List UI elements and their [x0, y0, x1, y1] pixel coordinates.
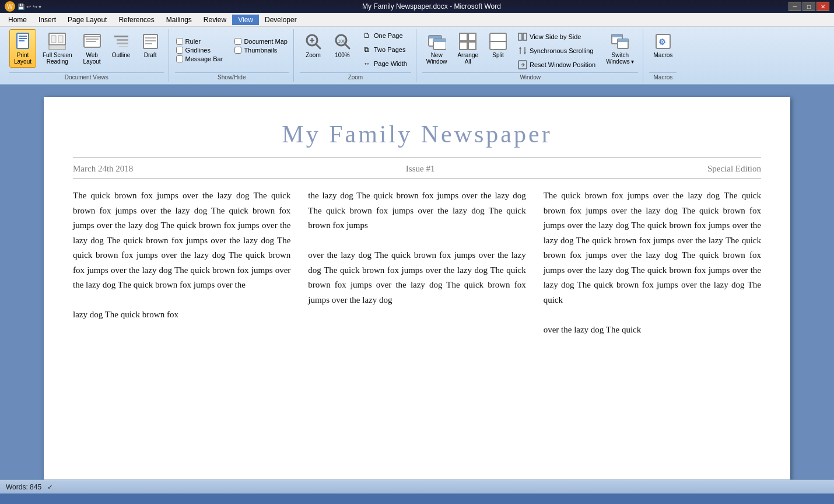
btn-web-layout[interactable]: WebLayout: [79, 29, 106, 68]
col1-text: The quick brown fox jumps over the lazy …: [73, 188, 290, 293]
synchronous-scrolling-icon: [518, 46, 527, 55]
svg-rect-42: [618, 39, 628, 42]
menu-insert[interactable]: Insert: [33, 15, 62, 25]
view-side-by-side-icon: [518, 32, 527, 41]
maximize-button[interactable]: □: [803, 2, 815, 11]
checkbox-document-map[interactable]: Document Map: [233, 37, 289, 46]
document-date: March 24th 2018: [73, 164, 133, 174]
svg-rect-1: [19, 36, 27, 37]
btn-view-side-by-side[interactable]: View Side by Side: [514, 30, 600, 43]
print-layout-label: PrintLayout: [14, 52, 31, 65]
status-icon: ✓: [47, 483, 53, 491]
word-count: Words: 845: [6, 483, 41, 491]
menu-review[interactable]: Review: [198, 15, 232, 25]
message-bar-checkbox[interactable]: [176, 55, 183, 62]
full-screen-reading-icon: [48, 32, 66, 51]
document-map-checkbox[interactable]: [234, 38, 241, 45]
btn-zoom[interactable]: Zoom: [300, 29, 327, 61]
svg-rect-11: [114, 36, 128, 37]
document-page: My Family Newspaper March 24th 2018 Issu…: [44, 97, 790, 480]
document-issue: Issue #1: [406, 164, 435, 174]
reset-window-position-label: Reset Window Position: [530, 61, 595, 68]
outline-icon: [112, 32, 131, 51]
checkbox-message-bar[interactable]: Message Bar: [175, 55, 225, 63]
svg-rect-36: [518, 33, 522, 40]
document-edition: Special Edition: [707, 164, 761, 174]
minimize-button[interactable]: ─: [789, 2, 801, 11]
group-label-window: Window: [422, 72, 639, 82]
svg-rect-30: [460, 33, 467, 41]
thumbnails-checkbox[interactable]: [234, 47, 241, 54]
svg-rect-6: [51, 36, 56, 43]
outline-label: Outline: [112, 52, 131, 58]
document-column-1[interactable]: The quick brown fox jumps over the lazy …: [73, 188, 290, 337]
btn-new-window[interactable]: NewWindow: [422, 29, 451, 68]
svg-rect-12: [117, 39, 128, 41]
menu-mailings[interactable]: Mailings: [160, 15, 198, 25]
btn-switch-windows[interactable]: SwitchWindows ▾: [602, 29, 638, 68]
menu-references[interactable]: References: [113, 15, 160, 25]
window-title: My Family Newspaper.docx - Microsoft Wor…: [75, 2, 789, 10]
btn-two-pages[interactable]: ⧉ Two Pages: [358, 43, 411, 56]
group-label-macros: Macros: [649, 72, 677, 82]
zoom-label: Zoom: [306, 52, 321, 58]
two-pages-label: Two Pages: [374, 46, 405, 53]
gridlines-checkbox[interactable]: [176, 47, 183, 54]
new-window-icon: [427, 32, 446, 51]
zoom-icon: [304, 32, 323, 51]
page-width-label: Page Width: [374, 60, 407, 67]
btn-reset-window-position[interactable]: Reset Window Position: [514, 58, 600, 71]
checkbox-gridlines[interactable]: Gridlines: [175, 46, 225, 54]
group-label-document-views: Document Views: [9, 72, 164, 82]
btn-outline[interactable]: Outline: [108, 29, 135, 61]
svg-text:⚙: ⚙: [658, 37, 666, 47]
synchronous-scrolling-label: Synchronous Scrolling: [530, 47, 593, 54]
btn-macros[interactable]: ⚙ Macros: [649, 29, 677, 61]
menu-home[interactable]: Home: [2, 15, 33, 25]
ruler-checkbox[interactable]: [176, 38, 183, 45]
web-layout-icon: [83, 32, 101, 51]
btn-synchronous-scrolling[interactable]: Synchronous Scrolling: [514, 44, 600, 57]
web-layout-label: WebLayout: [83, 52, 101, 65]
quick-access: 💾 ↩ ↪ ▾: [17, 4, 41, 10]
svg-rect-16: [145, 37, 156, 38]
svg-rect-3: [19, 40, 24, 41]
svg-rect-2: [19, 38, 27, 39]
document-column-3[interactable]: The quick brown fox jumps over the lazy …: [544, 188, 761, 337]
btn-one-page[interactable]: 🗋 One Page: [358, 29, 411, 42]
document-header-row: March 24th 2018 Issue #1 Special Edition: [73, 164, 761, 179]
checkbox-ruler[interactable]: Ruler: [175, 37, 225, 46]
group-document-views: PrintLayout Full ScreenReading WebLayout: [5, 29, 169, 82]
group-window: NewWindow ArrangeAll Split: [418, 29, 644, 82]
btn-page-width[interactable]: ↔ Page Width: [358, 57, 411, 70]
btn-split[interactable]: Split: [485, 29, 511, 61]
document-columns: The quick brown fox jumps over the lazy …: [73, 188, 761, 337]
group-label-zoom: Zoom: [300, 72, 411, 82]
checkbox-thumbnails[interactable]: Thumbnails: [233, 46, 289, 54]
btn-zoom-100[interactable]: 100 100%: [329, 29, 356, 61]
col2b-text: over the lazy dog The quick brown fox ju…: [308, 248, 525, 307]
btn-full-screen-reading[interactable]: Full ScreenReading: [38, 29, 76, 68]
view-side-by-side-label: View Side by Side: [530, 33, 581, 40]
split-label: Split: [492, 52, 503, 58]
macros-icon: ⚙: [654, 32, 672, 51]
group-label-show-hide: Show/Hide: [175, 72, 289, 82]
menu-developer[interactable]: Developer: [259, 15, 303, 25]
svg-rect-27: [429, 36, 441, 38]
one-page-icon: 🗋: [362, 31, 372, 40]
close-button[interactable]: ✕: [817, 2, 829, 11]
document-area[interactable]: My Family Newspaper March 24th 2018 Issu…: [0, 85, 834, 480]
app-icon: W: [5, 1, 15, 12]
menu-bar: Home Insert Page Layout References Maili…: [0, 13, 834, 27]
menu-view[interactable]: View: [232, 15, 259, 25]
arrange-all-label: ArrangeAll: [457, 52, 478, 65]
svg-rect-33: [468, 42, 476, 50]
btn-print-layout[interactable]: PrintLayout: [9, 29, 36, 68]
btn-draft[interactable]: Draft: [137, 29, 164, 61]
svg-rect-31: [468, 33, 476, 41]
btn-arrange-all[interactable]: ArrangeAll: [453, 29, 482, 68]
document-column-2[interactable]: the lazy dog The quick brown fox jumps o…: [308, 188, 525, 337]
svg-rect-32: [460, 42, 467, 50]
menu-page-layout[interactable]: Page Layout: [62, 15, 113, 25]
svg-rect-14: [119, 46, 128, 47]
